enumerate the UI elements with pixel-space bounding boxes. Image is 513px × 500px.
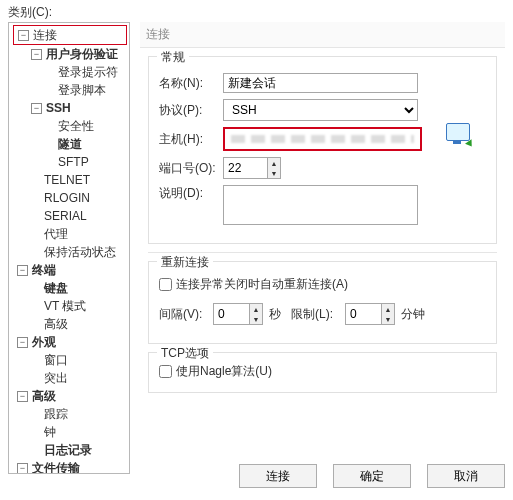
dialog-buttons: 连接 确定 取消 [239,464,505,488]
spin-up-icon[interactable]: ▲ [250,304,262,314]
spin-down-icon[interactable]: ▼ [268,168,280,178]
tree-item-bell[interactable]: 钟 [13,423,127,441]
interval-label: 间隔(V): [159,306,213,323]
collapse-icon[interactable]: − [31,49,42,60]
tree-item-appearance[interactable]: −外观 [13,333,127,351]
auto-reconnect-label: 连接异常关闭时自动重新连接(A) [176,276,348,293]
tree-item-security[interactable]: 安全性 [13,117,127,135]
tree-item-log[interactable]: 日志记录 [13,441,127,459]
protocol-label: 协议(P): [159,102,223,119]
tree-item-serial[interactable]: SERIAL [13,207,127,225]
tcp-legend: TCP选项 [157,345,213,362]
spin-up-icon[interactable]: ▲ [268,158,280,168]
tree-item-keyboard[interactable]: 键盘 [13,279,127,297]
tree-item-keepalive[interactable]: 保持活动状态 [13,243,127,261]
reconnect-legend: 重新连接 [157,254,213,271]
reconnect-fieldset: 重新连接 连接异常关闭时自动重新连接(A) 间隔(V): ▲▼ 秒 限制(L):… [148,261,497,344]
auto-reconnect-checkbox[interactable] [159,278,172,291]
tree-item-auth[interactable]: −用户身份验证 [13,45,127,63]
tree-item-terminal[interactable]: −终端 [13,261,127,279]
tree-item-sftp[interactable]: SFTP [13,153,127,171]
general-legend: 常规 [157,49,189,66]
spin-down-icon[interactable]: ▼ [382,314,394,324]
collapse-icon[interactable]: − [17,337,28,348]
spin-up-icon[interactable]: ▲ [382,304,394,314]
spin-down-icon[interactable]: ▼ [250,314,262,324]
tree-item-connection[interactable]: −连接 [13,25,127,45]
tree-item-advanced-term[interactable]: 高级 [13,315,127,333]
tree-item-vtmode[interactable]: VT 模式 [13,297,127,315]
limit-label: 限制(L): [291,306,345,323]
port-spinner[interactable]: ▲▼ [223,157,281,179]
tree-item-highlight[interactable]: 突出 [13,369,127,387]
port-label: 端口号(O): [159,160,223,177]
tree-item-filetrans[interactable]: −文件传输 [13,459,127,474]
host-input[interactable] [223,127,422,151]
tree-item-advanced[interactable]: −高级 [13,387,127,405]
limit-spinner[interactable]: ▲▼ [345,303,395,325]
tree-item-login-script[interactable]: 登录脚本 [13,81,127,99]
tree-item-ssh[interactable]: −SSH [13,99,127,117]
interval-spinner[interactable]: ▲▼ [213,303,263,325]
tree-item-rlogin[interactable]: RLOGIN [13,189,127,207]
tree-item-tunnel[interactable]: 隧道 [13,135,127,153]
tree-item-telnet[interactable]: TELNET [13,171,127,189]
pane-title: 连接 [140,22,505,48]
limit-input[interactable] [345,303,381,325]
host-label: 主机(H): [159,131,223,148]
port-input[interactable] [223,157,267,179]
general-fieldset: 常规 名称(N): 协议(P): SSH 主机(H): 端口号(O): ▲▼ 说… [148,56,497,244]
connect-button[interactable]: 连接 [239,464,317,488]
collapse-icon[interactable]: − [18,30,29,41]
description-input[interactable] [223,185,418,225]
interval-unit: 秒 [269,306,281,323]
protocol-select[interactable]: SSH [223,99,418,121]
interval-input[interactable] [213,303,249,325]
name-input[interactable] [223,73,418,93]
content-pane: 连接 常规 名称(N): 协议(P): SSH 主机(H): 端口号(O): ▲… [140,22,505,450]
tree-item-proxy[interactable]: 代理 [13,225,127,243]
tcp-fieldset: TCP选项 使用Nagle算法(U) [148,352,497,393]
category-label: 类别(C): [8,4,52,21]
tree-item-trace[interactable]: 跟踪 [13,405,127,423]
collapse-icon[interactable]: − [17,391,28,402]
nagle-checkbox[interactable] [159,365,172,378]
name-label: 名称(N): [159,75,223,92]
tree-item-login-prompt[interactable]: 登录提示符 [13,63,127,81]
category-tree: −连接 −用户身份验证 登录提示符 登录脚本 −SSH 安全性 隧道 SFTP … [8,22,130,474]
collapse-icon[interactable]: − [31,103,42,114]
monitor-icon [444,123,472,147]
desc-label: 说明(D): [159,185,223,202]
ok-button[interactable]: 确定 [333,464,411,488]
collapse-icon[interactable]: − [17,265,28,276]
nagle-label: 使用Nagle算法(U) [176,363,272,380]
tree-item-window[interactable]: 窗口 [13,351,127,369]
cancel-button[interactable]: 取消 [427,464,505,488]
collapse-icon[interactable]: − [17,463,28,474]
limit-unit: 分钟 [401,306,425,323]
